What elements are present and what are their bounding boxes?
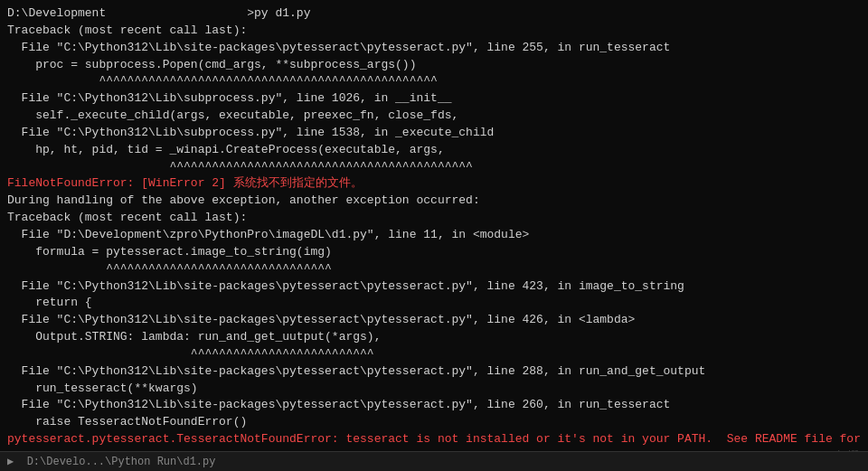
terminal-line: ^^^^^^^^^^^^^^^^^^^^^^^^^^^^^^^^^^^^^^^^… [7, 73, 861, 90]
terminal-window: D:\Development >py d1.pyTraceback (most … [0, 0, 868, 471]
terminal-line: hp, ht, pid, tid = _winapi.CreateProcess… [7, 142, 861, 159]
terminal-line: During handling of the above exception, … [7, 193, 861, 210]
terminal-line: Output.STRING: lambda: run_and_get_uutpu… [7, 329, 861, 346]
terminal-line: File "C:\Python312\Lib\site-packages\pyt… [7, 363, 861, 381]
bottom-bar-text: ▶ D:\Develo...\Python Run\d1.py [7, 455, 215, 468]
terminal-line: File "C:\Python312\Lib\subprocess.py", l… [7, 90, 861, 108]
terminal-line: return { [7, 295, 861, 312]
terminal-line: File "C:\Python312\Lib\site-packages\pyt… [7, 397, 861, 414]
terminal-line: ^^^^^^^^^^^^^^^^^^^^^^^^^^^^^^^^ [7, 261, 861, 278]
terminal-line: Traceback (most recent call last): [7, 23, 861, 40]
terminal-line: File "C:\Python312\Lib\site-packages\pyt… [7, 278, 861, 296]
terminal-line: File "C:\Python312\Lib\subprocess.py", l… [7, 125, 861, 142]
terminal-line: proc = subprocess.Popen(cmd_args, **subp… [7, 57, 861, 74]
terminal-line: ^^^^^^^^^^^^^^^^^^^^^^^^^^ [7, 346, 861, 363]
terminal-line: File "C:\Python312\Lib\site-packages\pyt… [7, 312, 861, 329]
terminal-line: pytesseract.pytesseract.TesseractNotFoun… [7, 431, 861, 448]
terminal-line: raise TesseractNotFoundError() [7, 414, 861, 431]
terminal-line: formula = pytesseract.image_to_string(im… [7, 244, 861, 261]
terminal-line: File "C:\Python312\Lib\site-packages\pyt… [7, 40, 861, 57]
terminal-line: File "D:\Development\zpro\PythonPro\imag… [7, 227, 861, 244]
terminal-line: self._execute_child(args, executable, pr… [7, 108, 861, 125]
bottom-bar: ▶ D:\Develo...\Python Run\d1.py [0, 451, 868, 471]
terminal-line: run_tesseract(**kwargs) [7, 381, 861, 398]
terminal-line: D:\Development >py d1.py [7, 5, 861, 23]
terminal-line: Traceback (most recent call last): [7, 210, 861, 227]
terminal-content: D:\Development >py d1.pyTraceback (most … [7, 5, 861, 466]
terminal-line: ^^^^^^^^^^^^^^^^^^^^^^^^^^^^^^^^^^^^^^^^… [7, 159, 861, 176]
terminal-line: FileNotFoundError: [WinError 2] 系统找不到指定的… [7, 175, 861, 193]
